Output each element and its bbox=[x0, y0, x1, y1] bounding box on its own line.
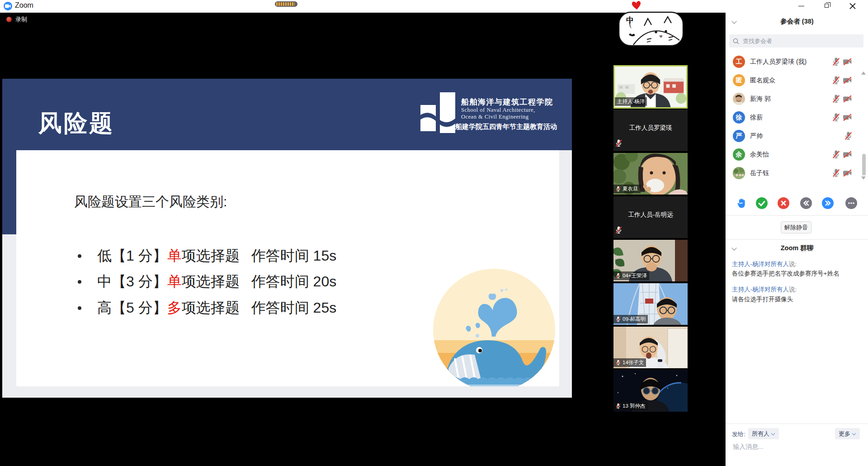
participant-row[interactable]: 工 工作人员罗梁瑛 (我) bbox=[726, 52, 861, 71]
school-logo-icon bbox=[418, 91, 457, 137]
avatar-photo bbox=[733, 93, 745, 105]
participant-name: 严帅 bbox=[750, 127, 763, 145]
participant-name: 新海 郭 bbox=[750, 90, 771, 108]
avatar: 余 bbox=[733, 148, 745, 161]
recording-dot-icon bbox=[6, 17, 12, 22]
close-button[interactable] bbox=[846, 0, 860, 12]
chat-says-label: 说: bbox=[789, 286, 797, 293]
scroll-up-arrow[interactable] bbox=[861, 71, 866, 75]
chevron-down-icon bbox=[772, 432, 775, 436]
faster-button[interactable] bbox=[822, 197, 834, 209]
participant-video-name: 09-郝高明 bbox=[623, 315, 646, 323]
send-to-value: 所有人 bbox=[752, 430, 769, 438]
participant-video-name: 工作人员-岳明远 bbox=[613, 211, 688, 219]
chat-sender[interactable]: 主持人-杨洋对所有人 bbox=[732, 261, 789, 267]
bullet-emphasis: 多 bbox=[167, 300, 182, 316]
video-name-label: 09-郝高明 bbox=[613, 315, 648, 323]
more-reactions-button[interactable] bbox=[845, 197, 857, 209]
school-name-en2: Ocean & Civil Engineering bbox=[461, 114, 565, 120]
raise-hand-button[interactable] bbox=[736, 197, 747, 209]
mic-muted-icon bbox=[616, 186, 621, 192]
bullet-time: 作答时间 15s bbox=[251, 247, 336, 264]
school-name-cn: 船舶海洋与建筑工程学院 bbox=[461, 97, 565, 107]
video-tile-4[interactable]: 04+王荣泽 bbox=[613, 240, 688, 281]
slide-title: 风险题 bbox=[38, 108, 114, 139]
participant-video-name: 14张子文 bbox=[623, 359, 644, 366]
participant-video-name: 主持人-杨洋 bbox=[617, 98, 645, 105]
avatar: 严 bbox=[733, 130, 745, 142]
mic-muted-icon bbox=[832, 57, 840, 66]
scrollbar-thumb[interactable] bbox=[862, 154, 866, 176]
restore-button[interactable] bbox=[821, 0, 834, 12]
video-off-icon bbox=[843, 151, 852, 158]
search-input[interactable] bbox=[742, 37, 850, 45]
unmute-button[interactable]: 解除静音 bbox=[781, 221, 811, 233]
bullet-time: 作答时间 20s bbox=[251, 273, 336, 290]
bullet-emphasis: 单 bbox=[167, 273, 182, 290]
window-titlebar: Zoom bbox=[0, 0, 868, 13]
chat-message-header: 主持人-杨洋对所有人说: bbox=[732, 285, 863, 294]
mic-muted-icon bbox=[844, 132, 852, 140]
chat-message-body: 各位参赛选手把名字改成参赛序号+姓名 bbox=[732, 270, 863, 278]
slide-heading: 风险题设置三个风险类别: bbox=[74, 193, 227, 211]
no-x-button[interactable] bbox=[778, 197, 789, 209]
minimize-button[interactable] bbox=[795, 0, 808, 12]
participants-title: 参会者 (38) bbox=[726, 17, 868, 26]
bullet-time: 作答时间 25s bbox=[251, 300, 336, 316]
bullet-post: 项选择题 bbox=[182, 273, 240, 290]
whale-illustration bbox=[433, 269, 555, 386]
participant-search[interactable] bbox=[729, 34, 863, 48]
chat-message-header: 主持人-杨洋对所有人说: bbox=[732, 260, 863, 268]
mic-muted-icon bbox=[832, 169, 840, 177]
heart-reaction-icon bbox=[631, 0, 642, 12]
participant-video-name: 工作人员罗梁瑛 bbox=[613, 124, 688, 132]
participant-video-name: 04+王荣泽 bbox=[623, 272, 647, 280]
participant-row[interactable]: 余 余美怡 bbox=[726, 145, 861, 164]
app-title: Zoom bbox=[15, 1, 33, 10]
bullet-line-low: 低【1 分】单项选择题作答时间 15s bbox=[16, 246, 423, 266]
bullet-dot bbox=[78, 280, 81, 284]
mic-muted-icon bbox=[616, 360, 621, 366]
scroll-down-arrow[interactable] bbox=[861, 176, 866, 180]
bullet-dot bbox=[78, 306, 81, 310]
mic-muted-icon bbox=[615, 226, 622, 236]
video-off-icon bbox=[843, 76, 852, 84]
more-dropdown[interactable]: 更多 bbox=[835, 428, 860, 439]
video-tile-5[interactable]: 09-郝高明 bbox=[613, 283, 688, 325]
recording-indicator[interactable]: 录制 bbox=[6, 16, 27, 23]
avatar: 工 bbox=[733, 56, 745, 68]
video-off-icon bbox=[843, 169, 852, 177]
participant-video-name: 夏衣旦 bbox=[623, 185, 638, 193]
chat-says-label: 说: bbox=[789, 261, 797, 267]
panel-divider bbox=[726, 215, 868, 216]
video-tile-7[interactable]: 13 郭仲杰 bbox=[613, 370, 688, 412]
school-name-en1: School of Naval Architecture, bbox=[461, 107, 565, 114]
shared-screen-slide: 风险题 船舶海洋与建筑工程学院 School of Naval Architec… bbox=[2, 79, 572, 398]
video-tile-host[interactable]: 主持人-杨洋 bbox=[613, 65, 688, 109]
video-tile-no-video-1[interactable]: 工作人员罗梁瑛 bbox=[613, 109, 688, 151]
more-label: 更多 bbox=[839, 430, 850, 438]
bullet-pre: 中【3 分】 bbox=[97, 273, 167, 290]
slower-button[interactable] bbox=[800, 197, 812, 209]
participant-row[interactable]: 匿 匿名观众 bbox=[726, 71, 861, 90]
mic-muted-icon bbox=[832, 150, 840, 159]
video-tile-no-video-2[interactable]: 工作人员-岳明远 bbox=[613, 196, 688, 238]
participant-row[interactable]: 徐 徐薪 bbox=[726, 108, 861, 127]
avatar-photo bbox=[733, 167, 745, 179]
video-off-icon bbox=[843, 114, 852, 121]
mic-muted-icon bbox=[832, 76, 840, 85]
video-tile-6[interactable]: 14张子文 bbox=[613, 327, 688, 368]
participant-row[interactable]: 岳子钰 bbox=[726, 164, 861, 182]
video-tile-2[interactable]: 夏衣旦 bbox=[613, 153, 688, 195]
participant-name: 匿名观众 bbox=[750, 71, 775, 90]
yes-check-button[interactable] bbox=[756, 197, 768, 209]
avatar: 徐 bbox=[733, 111, 745, 124]
bullet-line-high: 高【5 分】多项选择题作答时间 25s bbox=[16, 298, 423, 318]
participant-row[interactable]: 严 严帅 bbox=[726, 127, 861, 145]
zoom-camera-icon bbox=[4, 2, 12, 10]
send-to-label: 发给: bbox=[732, 430, 745, 438]
send-to-dropdown[interactable]: 所有人 bbox=[748, 428, 779, 439]
chat-sender[interactable]: 主持人-杨洋对所有人 bbox=[732, 286, 789, 293]
chat-message-input[interactable] bbox=[732, 442, 861, 451]
participant-row[interactable]: 新海 郭 bbox=[726, 90, 861, 108]
